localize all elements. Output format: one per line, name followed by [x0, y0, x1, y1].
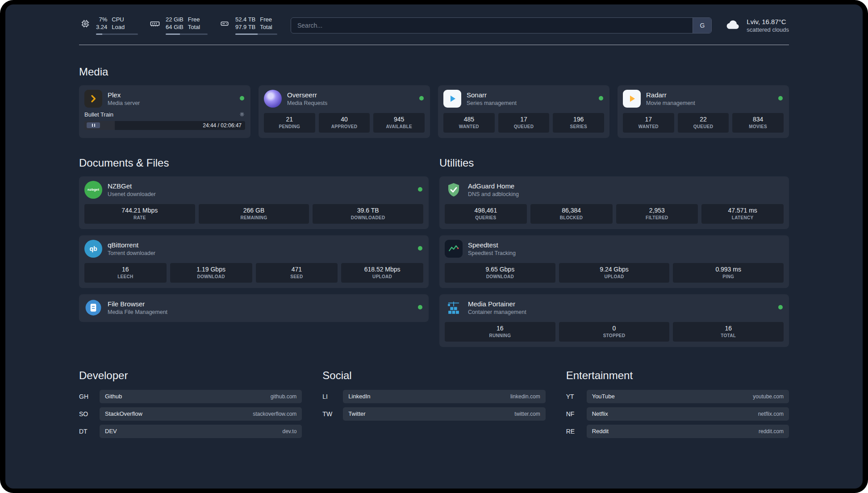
stat-filtered: 2,953 FILTERED [616, 204, 698, 224]
bookmark-twitter[interactable]: TW Twitter twitter.com [322, 407, 545, 421]
bookmark-linkedin[interactable]: LI LinkedIn linkedin.com [322, 390, 545, 403]
memory-total-label: Total [188, 24, 200, 31]
status-dot [418, 187, 422, 192]
bookmark-abbr: RE [566, 428, 587, 435]
stat-remaining: 266 GB REMAINING [199, 204, 309, 224]
service-card-adguard[interactable]: AdGuard Home DNS and adblocking 498,461 … [439, 176, 789, 229]
sonarr-icon [443, 90, 461, 108]
qbittorrent-icon: qb [84, 240, 102, 258]
window-frame: 7% 3.24 CPU Load [0, 0, 868, 493]
cpu-usage-value: 7% [96, 16, 107, 24]
bookmark-url: stackoverflow.com [253, 411, 296, 417]
stat-wanted: 485 WANTED [443, 113, 495, 133]
bookmark-dev[interactable]: DT DEV dev.to [79, 425, 302, 438]
stat-download: 1.19 Gbps DOWNLOAD [170, 263, 252, 283]
stat-pending: 21 PENDING [264, 113, 315, 133]
section-title-documents: Documents & Files [79, 157, 429, 169]
disk-icon [218, 19, 231, 29]
service-desc: Container management [468, 309, 526, 315]
memory-free-label: Free [188, 16, 200, 24]
bookmark-abbr: DT [79, 428, 100, 435]
topbar-divider [79, 45, 789, 45]
bookmarks-social: Social LI LinkedIn linkedin.com TW Twitt… [322, 369, 545, 442]
bookmark-url: github.com [271, 393, 297, 400]
status-dot [778, 96, 783, 100]
service-card-portainer[interactable]: Media Portainer Container management 16 … [439, 294, 789, 347]
cpu-load-label: Load [112, 24, 125, 31]
service-name: Radarr [646, 91, 695, 99]
now-playing-widget: Bullet Train 24:44 / 02:06:47 [84, 111, 245, 130]
bookmark-github[interactable]: GH Github github.com [79, 390, 302, 403]
disk-free-label: Free [260, 16, 272, 24]
bookmark-youtube[interactable]: YT YouTube youtube.com [566, 390, 789, 403]
utilities-column: Utilities AdGuard Home DNS and a [439, 138, 789, 347]
bookmarks-entertainment: Entertainment YT YouTube youtube.com NF … [566, 369, 789, 442]
status-dot [778, 305, 783, 309]
pause-button[interactable] [87, 122, 100, 128]
bookmark-abbr: GH [79, 393, 100, 400]
service-card-speedtest[interactable]: Speedtest Speedtest Tracking 9.65 Gbps D… [439, 235, 789, 288]
service-desc: Series management [467, 100, 517, 106]
portainer-icon [445, 299, 463, 317]
section-title-social: Social [322, 369, 545, 382]
bookmark-name: StackOverflow [105, 410, 142, 417]
memory-total-value: 64 GiB [166, 24, 184, 31]
search-bar: G [291, 17, 712, 33]
memory-widget: 22 GiB 64 GiB Free Total [149, 16, 208, 35]
bookmark-reddit[interactable]: RE Reddit reddit.com [566, 425, 789, 438]
bookmark-netflix[interactable]: NF Netflix netflix.com [566, 407, 789, 421]
search-input[interactable] [291, 18, 693, 33]
status-dot [419, 96, 424, 100]
disk-widget: 52.4 TB 97.9 TB Free Total [218, 16, 277, 35]
cpu-load-value: 3.24 [96, 24, 107, 31]
disk-total-value: 97.9 TB [235, 24, 255, 31]
service-card-plex[interactable]: Plex Media server Bullet Train [79, 85, 250, 138]
service-card-sonarr[interactable]: Sonarr Series management 485 WANTED 17 Q… [438, 85, 609, 138]
service-desc: Speedtest Tracking [468, 250, 516, 256]
filebrowser-icon [84, 299, 102, 317]
bookmark-name: Github [105, 393, 122, 400]
service-name: Plex [108, 91, 140, 99]
bookmark-abbr: YT [566, 393, 587, 400]
service-desc: Movie management [646, 100, 695, 106]
bookmark-url: dev.to [283, 428, 297, 435]
bookmark-name: DEV [105, 428, 117, 435]
section-title-entertainment: Entertainment [566, 369, 789, 382]
speedtest-icon [445, 240, 463, 258]
service-card-nzbget[interactable]: nzbget NZBGet Usenet downloader 744.21 M… [79, 176, 429, 229]
service-card-overseerr[interactable]: Overseerr Media Requests 21 PENDING 40 A… [259, 85, 430, 138]
stat-seed: 471 SEED [256, 263, 338, 283]
disk-usage-bar [235, 33, 277, 35]
section-title-media: Media [79, 66, 789, 78]
disk-total-label: Total [260, 24, 272, 31]
cpu-widget: 7% 3.24 CPU Load [79, 16, 138, 35]
stat-queued: 22 QUEUED [678, 113, 729, 133]
stat-latency: 47.571 ms LATENCY [701, 204, 784, 224]
dashboard: 7% 3.24 CPU Load [5, 4, 863, 489]
service-name: Overseerr [287, 91, 327, 99]
bookmark-abbr: LI [322, 393, 343, 400]
service-card-filebrowser[interactable]: File Browser Media File Management [79, 294, 429, 322]
service-card-radarr[interactable]: Radarr Movie management 17 WANTED 22 QUE… [618, 85, 789, 138]
cpu-icon [79, 19, 92, 29]
plex-icon [84, 90, 102, 108]
bookmark-name: YouTube [592, 393, 615, 400]
bookmark-stackoverflow[interactable]: SO StackOverflow stackoverflow.com [79, 407, 302, 421]
bookmarks: Developer GH Github github.com SO StackO… [79, 369, 789, 460]
adguard-icon [445, 181, 463, 199]
player-settings-gear-icon[interactable] [239, 111, 245, 117]
search-provider-button[interactable]: G [693, 18, 711, 33]
stat-blocked: 86,384 BLOCKED [530, 204, 613, 224]
nzbget-icon: nzbget [84, 181, 102, 199]
stat-stopped: 0 STOPPED [559, 322, 670, 342]
section-title-developer: Developer [79, 369, 302, 382]
stat-ping: 0.993 ms PING [673, 263, 784, 283]
stat-available: 945 AVAILABLE [373, 113, 425, 133]
playback-progress-bar[interactable]: 24:44 / 02:06:47 [84, 121, 245, 130]
status-dot [599, 96, 603, 100]
stat-wanted: 17 WANTED [623, 113, 674, 133]
stat-movies: 834 MOVIES [732, 113, 784, 133]
service-card-qbittorrent[interactable]: qb qBittorrent Torrent downloader 16 LEE… [79, 235, 429, 288]
cloud-icon [725, 17, 741, 34]
service-desc: DNS and adblocking [468, 191, 519, 197]
